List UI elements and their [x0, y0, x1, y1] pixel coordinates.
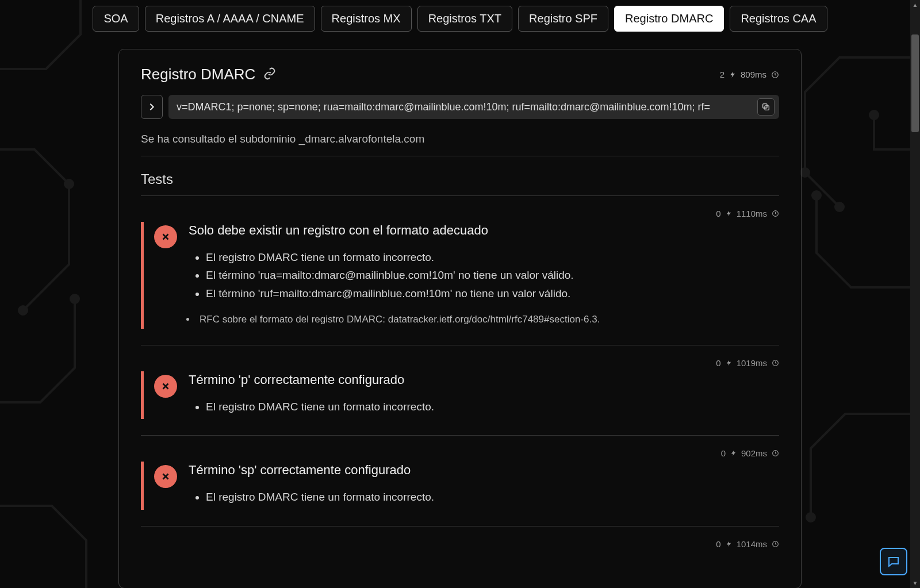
error-status-icon: [154, 375, 177, 398]
test-meta-time: 1019ms: [737, 358, 767, 368]
main-content: SOARegistros A / AAAA / CNAMERegistros M…: [0, 0, 920, 588]
tests-heading: Tests: [141, 171, 779, 187]
bolt-icon: [726, 359, 732, 367]
test-title: Término 'p' correctamente configurado: [189, 372, 779, 387]
clock-icon: [772, 540, 779, 548]
meta-count: 2: [720, 70, 724, 79]
test-body: Solo debe existir un registro con el for…: [141, 222, 779, 329]
test-points: El registro DMARC tiene un formato incor…: [189, 248, 779, 302]
test-meta: 01014ms: [141, 539, 779, 549]
record-value-box: v=DMARC1; p=none; sp=none; rua=mailto:dm…: [168, 95, 779, 119]
test-meta-time: 1110ms: [737, 209, 767, 218]
divider: [141, 156, 779, 156]
tests-container: 01110msSolo debe existir un registro con…: [141, 209, 779, 549]
test-title: Término 'sp' correctamente configurado: [189, 463, 779, 478]
clock-icon: [772, 449, 779, 457]
divider: [141, 345, 779, 345]
clock-icon: [772, 210, 779, 217]
divider: [141, 526, 779, 526]
test-point: El registro DMARC tiene un formato incor…: [206, 488, 779, 506]
test-ref: RFC sobre el formato del registro DMARC:…: [186, 314, 779, 325]
subdomain-note: Se ha consultado el subdominio _dmarc.al…: [141, 133, 779, 145]
test-block: 0902msTérmino 'sp' correctamente configu…: [141, 448, 779, 509]
tab-registros-a-aaaa-cname[interactable]: Registros A / AAAA / CNAME: [145, 6, 315, 32]
copy-record-button[interactable]: [757, 98, 775, 116]
panel-meta: 2 809ms: [720, 70, 779, 79]
test-point: El término 'ruf=mailto:dmarc@mailinblue.…: [206, 285, 779, 302]
test-points: El registro DMARC tiene un formato incor…: [189, 398, 779, 416]
bolt-icon: [729, 71, 736, 79]
test-points: El registro DMARC tiene un formato incor…: [189, 488, 779, 506]
record-value: v=DMARC1; p=none; sp=none; rua=mailto:dm…: [177, 101, 757, 113]
test-meta: 0902ms: [141, 448, 779, 458]
tab-registros-mx[interactable]: Registros MX: [321, 6, 412, 32]
scrollbar-thumb[interactable]: [911, 34, 919, 132]
expand-record-button[interactable]: [141, 95, 163, 119]
test-meta-count: 0: [716, 539, 720, 549]
record-row: v=DMARC1; p=none; sp=none; rua=mailto:dm…: [141, 95, 779, 119]
tab-registros-caa[interactable]: Registros CAA: [730, 6, 827, 32]
test-meta-count: 0: [716, 209, 720, 218]
tab-registro-spf[interactable]: Registro SPF: [518, 6, 608, 32]
test-content: Término 'sp' correctamente configuradoEl…: [189, 463, 779, 506]
test-point: El registro DMARC tiene un formato incor…: [206, 398, 779, 416]
record-type-tabs: SOARegistros A / AAAA / CNAMERegistros M…: [0, 0, 920, 32]
test-meta: 01110ms: [141, 209, 779, 218]
tab-soa[interactable]: SOA: [93, 6, 139, 32]
bolt-icon: [726, 210, 732, 217]
panel-header: Registro DMARC 2 809ms: [141, 66, 779, 83]
meta-time: 809ms: [741, 70, 766, 79]
test-meta-count: 0: [721, 448, 726, 458]
tab-registro-dmarc[interactable]: Registro DMARC: [614, 6, 724, 32]
bolt-icon: [730, 449, 737, 457]
test-point: El registro DMARC tiene un formato incor…: [206, 248, 779, 266]
test-meta-count: 0: [716, 358, 720, 368]
error-status-icon: [154, 225, 177, 248]
chat-widget-button[interactable]: [880, 548, 907, 575]
test-refs: RFC sobre el formato del registro DMARC:…: [184, 314, 779, 325]
test-block: 01019msTérmino 'p' correctamente configu…: [141, 358, 779, 419]
panel-title: Registro DMARC: [141, 66, 255, 83]
test-meta-time: 1014ms: [737, 539, 767, 549]
scroll-up-arrow[interactable]: ▲: [910, 0, 920, 10]
test-body: Término 'p' correctamente configuradoEl …: [141, 371, 779, 419]
test-block: 01110msSolo debe existir un registro con…: [141, 209, 779, 329]
bolt-icon: [726, 540, 732, 548]
clock-icon: [772, 359, 779, 367]
divider: [141, 435, 779, 436]
test-body: Término 'sp' correctamente configuradoEl…: [141, 462, 779, 509]
scrollbar[interactable]: ▲ ▼: [910, 0, 920, 588]
test-meta-time: 902ms: [741, 448, 767, 458]
error-status-icon: [154, 465, 177, 488]
tab-registros-txt[interactable]: Registros TXT: [417, 6, 512, 32]
ref-link[interactable]: datatracker.ietf.org/doc/html/rfc7489#se…: [388, 314, 597, 325]
clock-icon: [771, 71, 779, 79]
test-block: 01014ms: [141, 539, 779, 549]
scroll-down-arrow[interactable]: ▼: [910, 578, 920, 588]
test-meta: 01019ms: [141, 358, 779, 368]
test-point: El término 'rua=mailto:dmarc@mailinblue.…: [206, 266, 779, 284]
dmarc-panel: Registro DMARC 2 809ms v=DMARC1; p=none;…: [118, 49, 802, 588]
test-content: Término 'p' correctamente configuradoEl …: [189, 372, 779, 416]
divider: [141, 195, 779, 196]
test-title: Solo debe existir un registro con el for…: [189, 223, 779, 238]
link-icon[interactable]: [263, 67, 276, 82]
test-content: Solo debe existir un registro con el for…: [189, 223, 779, 325]
